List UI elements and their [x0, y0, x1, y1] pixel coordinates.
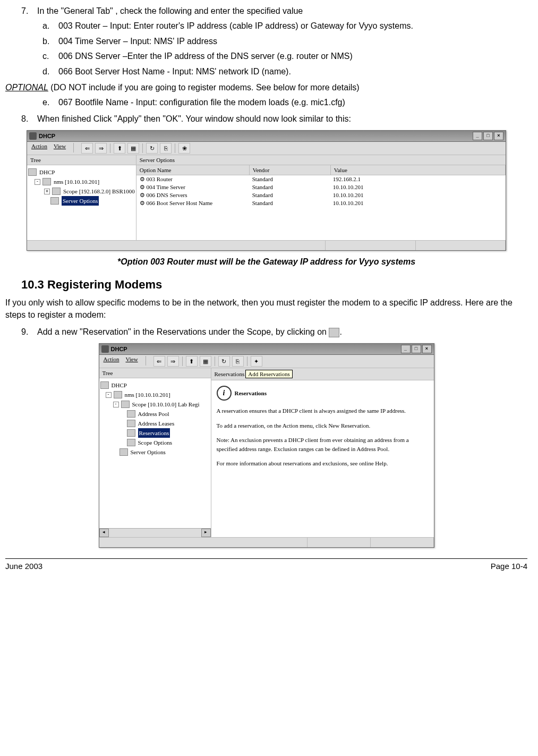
table-row[interactable]: ⚙ 003 RouterStandard192.168.2.1	[136, 175, 506, 183]
help-text: A reservation ensures that a DHCP client…	[217, 406, 429, 415]
tree-address-pool[interactable]: Address Pool	[100, 409, 210, 419]
maximize-button[interactable]: □	[412, 345, 421, 353]
dhcp-icon	[28, 168, 37, 176]
scroll-left-icon[interactable]: ◂	[99, 529, 109, 537]
section-intro: If you only wish to allow specific modem…	[5, 297, 527, 321]
step-7: 7.In the "General Tab" , check the follo…	[37, 5, 527, 78]
caption-note: *Option 003 Router must will be the Gate…	[5, 256, 527, 268]
tree-server-options[interactable]: Server Options	[100, 447, 210, 457]
options-icon	[50, 197, 59, 205]
scroll-right-icon[interactable]: ▸	[201, 529, 211, 537]
add-button[interactable]: ✦	[251, 356, 262, 367]
menu-bar: Action View ⇐ ⇒ ⬆ ▦ ↻ ⎘ ❀	[27, 142, 506, 155]
table-row[interactable]: ⚙ 006 DNS ServersStandard10.10.10.201	[136, 191, 506, 199]
step-7b: b.004 Time Server – Input: NMS' IP addre…	[58, 36, 527, 47]
tree-reservations[interactable]: Reservations	[100, 428, 210, 438]
close-button[interactable]: ×	[422, 345, 432, 353]
folder-icon	[127, 410, 135, 418]
section-heading: 10.3 Registering Modems	[21, 277, 527, 293]
help-text: Note: An exclusion prevents a DHCP clien…	[217, 436, 429, 453]
folder-icon	[127, 420, 135, 427]
tree-pane: Tree DHCP -nms [10.10.10.201] -Scope [10…	[99, 368, 211, 537]
tree-scope-options[interactable]: Scope Options	[100, 438, 210, 447]
list-button[interactable]: ▦	[200, 356, 211, 367]
menu-action[interactable]: Action	[104, 356, 119, 367]
collapse-icon[interactable]: -	[35, 179, 40, 185]
tree-tab[interactable]: Tree	[27, 155, 136, 165]
maximize-button[interactable]: □	[483, 132, 493, 140]
menu-action[interactable]: Action	[31, 143, 47, 154]
dhcp-window-2: DHCP _ □ × Action View ⇐ ⇒ ⬆ ▦ ↻ ⎘ ✦ Tre…	[99, 343, 434, 548]
folder-icon	[121, 401, 130, 408]
tree-root[interactable]: DHCP	[28, 167, 135, 177]
tree-scope[interactable]: -Scope [10.10.10.0] Lab Regi	[100, 400, 210, 409]
expand-icon[interactable]: +	[44, 189, 50, 194]
collapse-icon[interactable]: -	[113, 402, 119, 407]
tree-scope[interactable]: +Scope [192.168.2.0] BSR1000	[28, 186, 135, 196]
table-row[interactable]: ⚙ 004 Time ServerStandard10.10.10.201	[136, 183, 506, 191]
step-7e: e.067 Bootfile Name - Input: configurati…	[58, 97, 527, 108]
col-option[interactable]: Option Name	[136, 165, 250, 175]
page-footer: June 2003 Page 10-4	[5, 558, 527, 572]
tree-root[interactable]: DHCP	[100, 380, 210, 390]
menu-view[interactable]: View	[125, 356, 138, 367]
step-7c: c.006 DNS Server –Enter the IP address o…	[58, 50, 527, 62]
titlebar: DHCP _ □ ×	[99, 344, 434, 355]
app-icon	[101, 345, 109, 353]
column-headers: Option Name Vendor Value	[136, 165, 506, 175]
dhcp-icon	[100, 381, 109, 389]
info-icon: i	[217, 386, 232, 401]
minimize-button[interactable]: _	[473, 132, 482, 140]
content-pane: ReservationsAdd Reservations iReservatio…	[211, 368, 434, 537]
export-button[interactable]: ⎘	[232, 356, 244, 367]
optional-line: OPTIONAL (DO NOT include if you are goin…	[5, 82, 527, 94]
list-button[interactable]: ▦	[127, 143, 139, 154]
tree-tab[interactable]: Tree	[99, 368, 211, 378]
back-button[interactable]: ⇐	[153, 356, 165, 367]
back-button[interactable]: ⇐	[81, 143, 93, 154]
folder-icon	[52, 188, 61, 195]
refresh-button[interactable]: ↻	[218, 356, 230, 367]
pane-title: ReservationsAdd Reservations	[211, 368, 434, 380]
tree-server-options[interactable]: Server Options	[28, 196, 135, 206]
table-row[interactable]: ⚙ 066 Boot Server Host NameStandard10.10…	[136, 199, 506, 207]
help-text: For more information about reservations …	[217, 459, 429, 468]
minimize-button[interactable]: _	[401, 345, 411, 353]
server-icon	[114, 391, 122, 398]
server-icon	[42, 178, 51, 185]
settings-button[interactable]: ❀	[178, 143, 190, 154]
step-8: 8.When finished Click "Apply" then "OK".…	[37, 113, 527, 125]
help-text: To add a reservation, on the Action menu…	[217, 421, 429, 430]
status-bar	[27, 240, 506, 250]
menu-view[interactable]: View	[54, 143, 66, 154]
close-button[interactable]: ×	[494, 132, 503, 140]
forward-button[interactable]: ⇒	[167, 356, 179, 367]
app-icon	[29, 132, 37, 140]
add-reservation-icon	[329, 328, 339, 337]
forward-button[interactable]: ⇒	[95, 143, 107, 154]
step-7-text: In the "General Tab" , check the followi…	[37, 6, 303, 15]
footer-date: June 2003	[5, 560, 42, 572]
col-value[interactable]: Value	[331, 165, 506, 175]
footer-page: Page 10-4	[491, 560, 527, 572]
tree-nms[interactable]: -nms [10.10.10.201]	[100, 390, 210, 400]
export-button[interactable]: ⎘	[160, 143, 172, 154]
window-title: DHCP	[39, 133, 55, 139]
tree-address-leases[interactable]: Address Leases	[100, 419, 210, 428]
tooltip: Add Reservations	[245, 370, 293, 378]
up-button[interactable]: ⬆	[114, 143, 125, 154]
col-vendor[interactable]: Vendor	[250, 165, 331, 175]
tree-nms[interactable]: -nms [10.10.10.201]	[28, 177, 135, 186]
up-button[interactable]: ⬆	[186, 356, 198, 367]
window-title: DHCP	[111, 346, 127, 352]
collapse-icon[interactable]: -	[106, 392, 112, 398]
titlebar: DHCP _ □ ×	[27, 131, 506, 142]
step-7a: a.003 Router – Input: Enter router's IP …	[58, 20, 527, 32]
folder-icon	[127, 429, 135, 437]
step-7d: d.066 Boot Server Host Name - Input: NMS…	[58, 66, 527, 78]
horizontal-scrollbar[interactable]: ◂▸	[99, 528, 211, 537]
tree-pane: Tree DHCP -nms [10.10.10.201] +Scope [19…	[27, 155, 136, 240]
refresh-button[interactable]: ↻	[146, 143, 158, 154]
options-icon	[119, 448, 128, 456]
menu-bar: Action View ⇐ ⇒ ⬆ ▦ ↻ ⎘ ✦	[99, 355, 434, 368]
